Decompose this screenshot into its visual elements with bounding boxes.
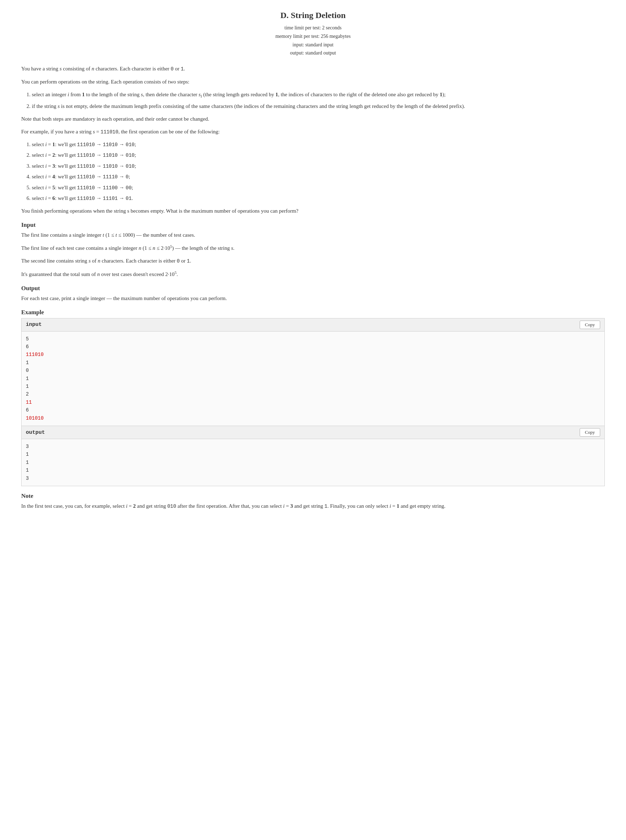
input-p4: It's guaranteed that the total sum of n … (21, 270, 605, 279)
input-label: input (26, 322, 42, 328)
input-p3: The second line contains string s of n c… (21, 257, 605, 265)
example-intro: For example, if you have a string s = 11… (21, 127, 605, 136)
output-example-header: output Copy (22, 426, 604, 439)
op-2: select i = 2: we'll get 111010 → 11010 →… (32, 151, 605, 159)
intro-p1: You have a string s consisting of n char… (21, 64, 605, 73)
note-mandatory: Note that both steps are mandatory in ea… (21, 114, 605, 123)
input-line-4: 1 0 1 1 2 (26, 360, 29, 397)
op-4: select i = 4: we'll get 111010 → 11110 →… (32, 172, 605, 181)
input-p2: The first line of each test case contain… (21, 243, 605, 252)
input-example-block: input Copy 5 6 111010 1 0 1 1 2 11 6 101… (21, 318, 605, 426)
output-copy-button[interactable]: Copy (580, 428, 600, 437)
input-line-9: 11 (26, 400, 32, 405)
input-line-3: 111010 (26, 352, 44, 357)
step-1: select an integer i from 1 to the length… (32, 90, 605, 100)
output-example-content: 3 1 1 1 3 (22, 439, 604, 486)
op-3: select i = 3: we'll get 111010 → 11010 →… (32, 162, 605, 170)
input-copy-button[interactable]: Copy (580, 321, 600, 329)
intro-p2: You can perform operations on the string… (21, 77, 605, 86)
time-limit: time limit per test: 2 seconds (21, 24, 605, 32)
memory-limit: memory limit per test: 256 megabytes (21, 32, 605, 41)
example-title: Example (21, 309, 605, 316)
problem-body: You have a string s consisting of n char… (21, 64, 605, 510)
op-1: select i = 1: we'll get 111010 → 11010 →… (32, 140, 605, 149)
input-line-10: 6 (26, 407, 29, 413)
output-label: output (26, 429, 45, 436)
output-example-block: output Copy 3 1 1 1 3 (21, 426, 605, 486)
note-text: In the first test case, you can, for exa… (21, 502, 605, 510)
step-2: if the string s is not empty, delete the… (32, 102, 605, 110)
problem-title: D. String Deletion (21, 11, 605, 20)
input-line-1: 5 6 (26, 336, 29, 349)
op-6: select i = 6: we'll get 111010 → 11101 →… (32, 194, 605, 202)
finish-text: You finish performing operations when th… (21, 207, 605, 215)
input-line-11: 101010 (26, 415, 44, 421)
output-line-1: 3 1 1 1 3 (26, 444, 29, 481)
output-p1: For each test case, print a single integ… (21, 294, 605, 302)
output-type: output: standard output (21, 49, 605, 57)
input-type: input: standard input (21, 41, 605, 49)
operation-steps: select an integer i from 1 to the length… (32, 90, 605, 110)
input-example-header: input Copy (22, 318, 604, 332)
output-section-title: Output (21, 285, 605, 292)
input-section-title: Input (21, 221, 605, 229)
problem-meta: time limit per test: 2 seconds memory li… (21, 24, 605, 57)
note-section-title: Note (21, 492, 605, 500)
input-p1: The first line contains a single integer… (21, 231, 605, 239)
example-ops-list: select i = 1: we'll get 111010 → 11010 →… (32, 140, 605, 202)
input-example-content: 5 6 111010 1 0 1 1 2 11 6 101010 (22, 332, 604, 426)
op-5: select i = 5: we'll get 111010 → 11100 →… (32, 183, 605, 192)
